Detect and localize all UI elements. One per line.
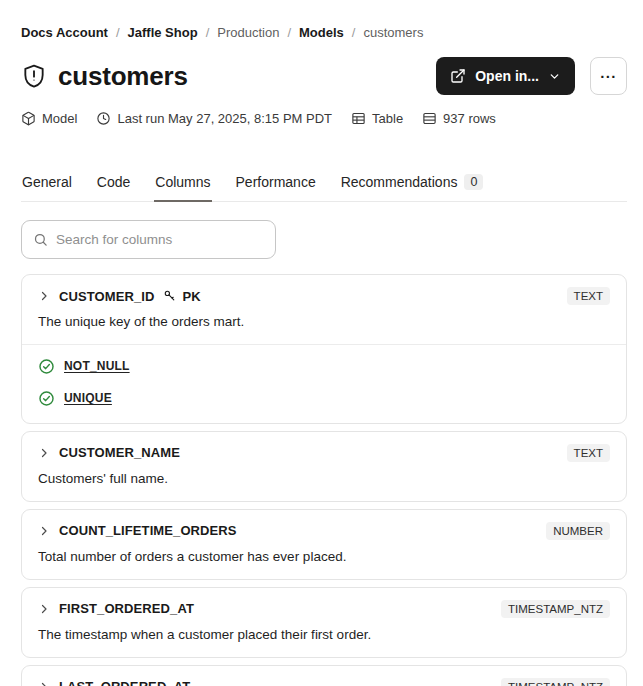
meta-label: Model	[42, 111, 77, 126]
tab-bar: GeneralCodeColumnsPerformanceRecommendat…	[21, 174, 627, 202]
column-card-main: COUNT_LIFETIME_ORDERSNUMBERTotal number …	[22, 510, 626, 579]
tab-label: Recommendations	[341, 174, 458, 190]
clock-icon	[96, 111, 111, 126]
search-input[interactable]	[56, 232, 264, 247]
cube-icon	[21, 111, 36, 126]
column-name: FIRST_ORDERED_AT	[59, 601, 194, 616]
meta-item: 937 rows	[422, 111, 496, 126]
column-description: The timestamp when a customer placed the…	[38, 627, 610, 644]
tab-general[interactable]: General	[21, 174, 73, 202]
title-actions: Open in... ···	[436, 57, 627, 95]
chevron-right-icon	[38, 525, 50, 537]
pk-label: PK	[182, 289, 200, 304]
expand-column-button[interactable]	[38, 681, 50, 686]
breadcrumb-separator: /	[116, 25, 120, 40]
tab-recommendations[interactable]: Recommendations0	[340, 174, 485, 202]
column-card-main: CUSTOMER_IDPKTEXTThe unique key of the o…	[22, 275, 626, 344]
tab-label: General	[22, 174, 72, 190]
tab-count-badge: 0	[464, 174, 483, 190]
column-name-row: CUSTOMER_NAMETEXT	[38, 444, 610, 462]
test-row: UNIQUE	[38, 390, 610, 407]
breadcrumb-separator: /	[287, 25, 291, 40]
meta-label: Table	[372, 111, 403, 126]
test-link-unique[interactable]: UNIQUE	[64, 391, 112, 405]
expand-column-button[interactable]	[38, 447, 50, 459]
tab-label: Columns	[155, 174, 210, 190]
search-box[interactable]	[21, 220, 276, 259]
meta-item: Table	[351, 111, 403, 126]
tab-performance[interactable]: Performance	[235, 174, 317, 202]
column-card-customer_name: CUSTOMER_NAMETEXTCustomers' full name.	[21, 431, 627, 502]
column-description: Total number of orders a customer has ev…	[38, 549, 610, 566]
page-title: customers	[58, 61, 188, 92]
column-type-badge: TIMESTAMP_NTZ	[501, 678, 610, 686]
expand-column-button[interactable]	[38, 290, 50, 302]
column-name-row: FIRST_ORDERED_ATTIMESTAMP_NTZ	[38, 600, 610, 618]
external-link-icon	[450, 68, 466, 84]
column-card-count_lifetime_orders: COUNT_LIFETIME_ORDERSNUMBERTotal number …	[21, 509, 627, 580]
test-link-not_null[interactable]: NOT_NULL	[64, 359, 130, 373]
page-header: customers Open in...	[21, 57, 627, 95]
key-icon	[163, 289, 177, 303]
expand-column-button[interactable]	[38, 603, 50, 615]
meta-item: Model	[21, 111, 77, 126]
open-in-button[interactable]: Open in...	[436, 57, 575, 95]
column-card-main: LAST_ORDERED_ATTIMESTAMP_NTZThe timestam…	[22, 666, 626, 686]
column-name: CUSTOMER_NAME	[59, 445, 180, 460]
breadcrumb-item-customers: customers	[363, 25, 423, 40]
column-type-badge: TIMESTAMP_NTZ	[501, 600, 610, 618]
column-name: CUSTOMER_ID	[59, 289, 154, 304]
column-card-first_ordered_at: FIRST_ORDERED_ATTIMESTAMP_NTZThe timesta…	[21, 587, 627, 658]
ellipsis-icon: ···	[600, 68, 617, 85]
tab-label: Performance	[236, 174, 316, 190]
column-name-row: COUNT_LIFETIME_ORDERSNUMBER	[38, 522, 610, 540]
chevron-right-icon	[38, 603, 50, 615]
columns-list: CUSTOMER_IDPKTEXTThe unique key of the o…	[21, 274, 627, 686]
rows-icon	[422, 111, 437, 126]
breadcrumb-item-jaffle-shop[interactable]: Jaffle Shop	[128, 25, 198, 40]
breadcrumb-item-docs-account[interactable]: Docs Account	[21, 25, 108, 40]
more-options-button[interactable]: ···	[590, 57, 627, 95]
model-detail-page: Docs Account/Jaffle Shop/Production/Mode…	[0, 25, 643, 686]
column-description: Customers' full name.	[38, 471, 610, 488]
column-name: LAST_ORDERED_AT	[59, 679, 190, 686]
table-icon	[351, 111, 366, 126]
breadcrumb-item-models[interactable]: Models	[299, 25, 344, 40]
column-name-row: LAST_ORDERED_ATTIMESTAMP_NTZ	[38, 678, 610, 686]
column-tests: NOT_NULLUNIQUE	[22, 344, 626, 423]
search-icon	[33, 232, 48, 247]
breadcrumb-item-production: Production	[217, 25, 279, 40]
shield-exclamation-icon	[21, 63, 47, 89]
chevron-right-icon	[38, 290, 50, 302]
test-row: NOT_NULL	[38, 358, 610, 375]
column-description: The unique key of the orders mart.	[38, 314, 610, 331]
column-card-main: CUSTOMER_NAMETEXTCustomers' full name.	[22, 432, 626, 501]
column-card-main: FIRST_ORDERED_ATTIMESTAMP_NTZThe timesta…	[22, 588, 626, 657]
meta-row: ModelLast run May 27, 2025, 8:15 PM PDTT…	[21, 111, 627, 126]
tab-code[interactable]: Code	[96, 174, 131, 202]
column-type-badge: NUMBER	[546, 522, 610, 540]
breadcrumb: Docs Account/Jaffle Shop/Production/Mode…	[21, 25, 627, 40]
primary-key-indicator: PK	[163, 289, 200, 304]
chevron-down-icon	[548, 70, 561, 83]
chevron-right-icon	[38, 447, 50, 459]
meta-label: Last run May 27, 2025, 8:15 PM PDT	[117, 111, 332, 126]
column-card-customer_id: CUSTOMER_IDPKTEXTThe unique key of the o…	[21, 274, 627, 424]
check-circle-icon	[38, 390, 55, 407]
column-type-badge: TEXT	[567, 287, 610, 305]
open-in-label: Open in...	[475, 68, 539, 84]
tab-label: Code	[97, 174, 130, 190]
chevron-right-icon	[38, 681, 50, 686]
column-card-last_ordered_at: LAST_ORDERED_ATTIMESTAMP_NTZThe timestam…	[21, 665, 627, 686]
breadcrumb-separator: /	[206, 25, 210, 40]
meta-item: Last run May 27, 2025, 8:15 PM PDT	[96, 111, 332, 126]
column-name: COUNT_LIFETIME_ORDERS	[59, 523, 237, 538]
check-circle-icon	[38, 358, 55, 375]
expand-column-button[interactable]	[38, 525, 50, 537]
breadcrumb-separator: /	[352, 25, 356, 40]
column-type-badge: TEXT	[567, 444, 610, 462]
title-group: customers	[21, 61, 188, 92]
column-name-row: CUSTOMER_IDPKTEXT	[38, 287, 610, 305]
meta-label: 937 rows	[443, 111, 496, 126]
tab-columns[interactable]: Columns	[154, 174, 211, 202]
